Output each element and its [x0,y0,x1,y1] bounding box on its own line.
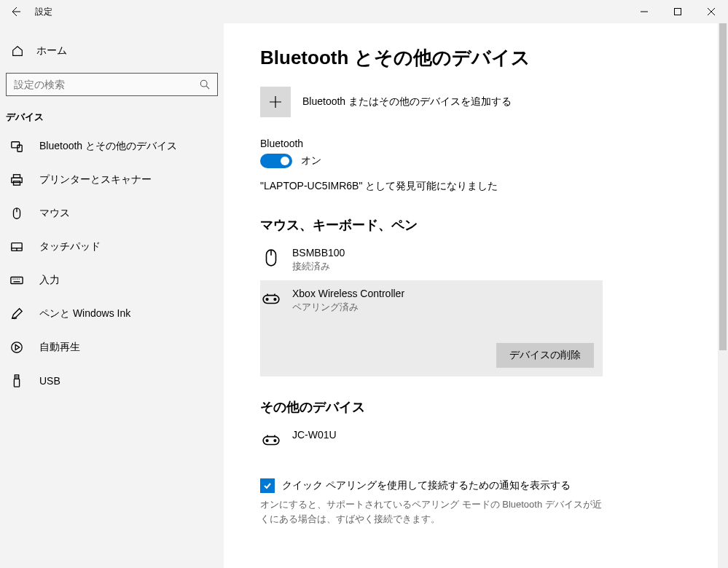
svg-point-30 [274,440,276,442]
svg-rect-28 [263,437,279,445]
add-device-row[interactable]: Bluetooth またはその他のデバイスを追加する [260,87,711,117]
svg-point-29 [266,440,268,442]
device-name: Xbox Wireless Controller [292,288,404,299]
svg-rect-12 [11,277,23,284]
titlebar: 設定 [0,0,728,23]
device-item[interactable]: BSMBB100 接続済み [260,240,603,280]
search-input[interactable] [6,73,218,96]
nav-bluetooth-devices[interactable]: Bluetooth とその他のデバイス [0,130,224,163]
minimize-button[interactable] [627,0,661,23]
close-button[interactable] [694,0,728,23]
svg-point-18 [12,342,22,352]
svg-rect-25 [263,296,279,304]
svg-rect-0 [675,9,681,15]
page-title: Bluetooth とその他のデバイス [260,45,711,71]
device-item-selected[interactable]: Xbox Wireless Controller ペアリング済み デバイスの削除 [260,280,603,376]
nav-label: 入力 [39,274,60,287]
plus-icon [269,95,282,109]
minimize-icon [641,8,648,15]
add-device-label: Bluetooth またはその他のデバイスを追加する [302,95,512,109]
home-nav[interactable]: ホーム [0,35,224,67]
search-icon [200,79,210,90]
close-icon [708,8,715,15]
nav-mouse[interactable]: マウス [0,197,224,230]
add-device-button[interactable] [260,87,291,117]
search-button[interactable] [196,76,214,93]
device-item[interactable]: JC-W01U [260,422,603,457]
quickpair-label: クイック ペアリングを使用して接続するための通知を表示する [282,479,571,492]
remove-device-button[interactable]: デバイスの削除 [496,343,594,368]
nav-typing[interactable]: 入力 [0,264,224,297]
device-status: ペアリング済み [292,301,404,314]
svg-point-27 [274,299,276,301]
gamepad-icon [262,430,281,449]
sidebar: ホーム デバイス Bluetooth とその他のデバイス プリンターとスキャナー… [0,23,224,568]
nav-autoplay[interactable]: 自動再生 [0,331,224,364]
scrollbar[interactable] [718,23,728,568]
mouse-icon [10,207,23,220]
maximize-button[interactable] [661,0,694,23]
pen-icon [10,307,23,320]
nav-printers[interactable]: プリンターとスキャナー [0,163,224,197]
svg-rect-6 [14,181,20,185]
autoplay-icon [10,341,23,354]
search-container [6,73,218,96]
bluetooth-state: オン [301,154,321,167]
back-arrow-icon [9,6,21,17]
maximize-icon [674,8,681,15]
nav-usb[interactable]: USB [0,364,224,398]
svg-rect-19 [15,375,18,379]
bluetooth-toggle[interactable] [260,154,292,168]
svg-point-26 [266,299,268,301]
device-name: BSMBB100 [292,247,345,259]
main-content: Bluetooth とその他のデバイス Bluetooth またはその他のデバイ… [224,23,728,568]
group-other-devices: その他のデバイス [260,398,711,416]
device-name: JC-W01U [292,429,337,441]
devices-icon [10,140,23,153]
quickpair-checkbox[interactable] [260,478,275,493]
nav-pen[interactable]: ペンと Windows Ink [0,297,224,331]
printer-icon [10,173,23,186]
nav-label: タッチパッド [39,240,101,253]
home-icon [10,44,25,58]
nav-label: USB [39,375,60,387]
nav-label: 自動再生 [39,341,80,354]
svg-rect-20 [14,379,19,387]
discoverable-text: "LAPTOP-UC5IMR6B" として発見可能になりました [260,180,711,193]
nav-label: プリンターとスキャナー [39,173,152,186]
category-header: デバイス [0,105,224,130]
group-mouse-keyboard-pen: マウス、キーボード、ペン [260,216,711,234]
svg-point-1 [200,80,207,87]
nav-label: マウス [39,207,70,220]
check-icon [263,481,272,490]
usb-icon [10,374,23,387]
touchpad-icon [10,240,23,253]
home-label: ホーム [36,44,67,58]
back-button[interactable] [0,0,31,23]
gamepad-icon [262,289,281,308]
device-status: 接続済み [292,260,345,273]
quickpair-help: オンにすると、サポートされているペアリング モードの Bluetooth デバイ… [260,497,603,526]
mouse-icon [262,248,281,267]
window-title: 設定 [31,6,52,18]
bluetooth-label: Bluetooth [260,138,711,149]
scrollbar-thumb[interactable] [719,23,727,350]
nav-label: ペンと Windows Ink [39,307,130,320]
nav-label: Bluetooth とその他のデバイス [39,140,177,153]
nav-touchpad[interactable]: タッチパッド [0,230,224,264]
keyboard-icon [10,274,23,287]
